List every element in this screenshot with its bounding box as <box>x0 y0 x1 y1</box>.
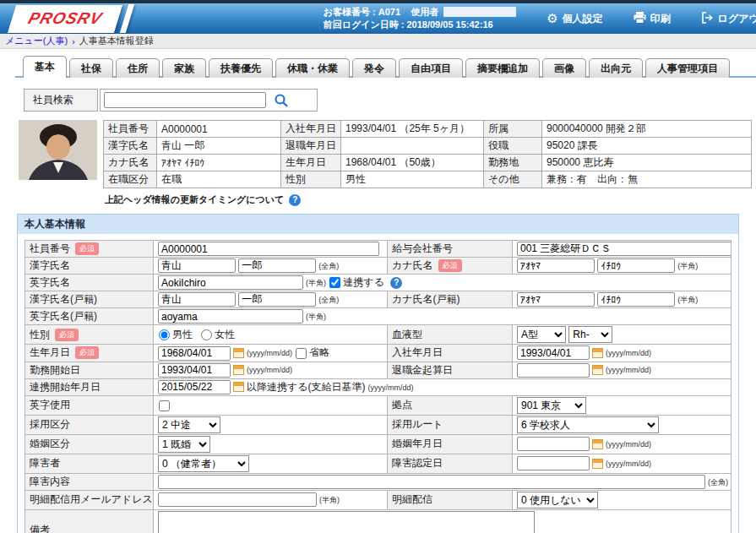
row-kanji-name-registry: 漢字氏名(戸籍) (全角) カナ氏名(戸籍) (半角) <box>25 291 732 308</box>
gender-male-radio[interactable] <box>159 329 170 340</box>
personal-settings-button[interactable]: ⚙ 個人設定 <box>547 12 602 26</box>
kanji-registry-last-field[interactable] <box>158 292 236 307</box>
row-disability-detail: 障害内容 (全角) <box>25 473 732 490</box>
calendar-icon[interactable] <box>592 348 603 358</box>
basic-info-section: 本人基本情報 社員番号必須 給与会社番号 漢字氏名 (全角) カナ氏名必須 (半… <box>17 214 739 533</box>
remarks-textarea[interactable] <box>158 511 535 533</box>
kana-first-name-field[interactable] <box>597 258 675 273</box>
summary-row: 社員番号A0000001 入社年月日1993/04/01 （25年 5ヶ月） 所… <box>104 121 752 138</box>
marriage-date-field[interactable] <box>517 437 590 451</box>
row-english-name-registry: 英字氏名(戸籍) (半角) <box>25 308 732 325</box>
app-header: PROSRV お客様番号 : A071 使用者 前回ログイン日時 : 2018/… <box>0 0 756 34</box>
tab-summary-add[interactable]: 摘要欄追加 <box>465 58 540 78</box>
required-badge: 必須 <box>75 242 99 255</box>
english-registry-name-field[interactable] <box>158 309 303 324</box>
logout-button[interactable]: ログアウト <box>701 12 756 26</box>
calendar-icon[interactable] <box>233 365 244 375</box>
row-hire-type: 採用区分 2 中途 採用ルート 6 学校求人 <box>25 415 732 434</box>
page-title: 人事基本情報登録 <box>79 35 154 47</box>
tab-dependent-priority[interactable]: 扶養優先 <box>209 58 273 78</box>
gender-female-radio[interactable] <box>201 329 212 340</box>
hire-date-field[interactable] <box>517 345 590 360</box>
help-icon[interactable]: ? <box>390 277 402 289</box>
logo-box: PROSRV <box>8 5 122 33</box>
row-english-use: 英字使用 拠点 901 東京 <box>25 395 732 415</box>
row-disability: 障害者 0 （健常者） 障害認定日 (yyyy/mm/dd) <box>25 454 732 473</box>
logout-icon <box>701 12 714 26</box>
tab-social-insurance[interactable]: 社保 <box>69 58 113 78</box>
english-name-field[interactable] <box>158 275 303 290</box>
pay-company-field[interactable] <box>517 242 732 256</box>
blood-type-select[interactable]: A型 <box>517 326 566 343</box>
tab-hr-management-items[interactable]: 人事管理項目 <box>645 58 730 78</box>
breadcrumb-menu-link[interactable]: メニュー(人事) <box>5 35 68 47</box>
summary-row: カナ氏名ｱｵﾔﾏ ｲﾁﾛｳ 生年月日1968/04/01 （50歳） 勤務地95… <box>104 155 752 171</box>
required-badge: 必須 <box>438 259 462 272</box>
tab-free-items[interactable]: 自由項目 <box>399 58 463 78</box>
customer-number: お客様番号 : A071 <box>324 7 400 17</box>
kanji-registry-first-field[interactable] <box>238 292 316 307</box>
logo: PROSRV <box>12 3 130 34</box>
severance-base-date-field[interactable] <box>517 363 590 378</box>
base-location-select[interactable]: 901 東京 <box>517 397 586 414</box>
calendar-icon[interactable] <box>233 348 244 358</box>
breadcrumb: メニュー(人事) › 人事基本情報登録 <box>0 34 756 49</box>
search-icon[interactable] <box>274 93 289 108</box>
breadcrumb-arrow: › <box>72 36 75 46</box>
hire-type-select[interactable]: 2 中途 <box>158 416 220 433</box>
summary-row: 漢字氏名青山 一郎 退職年月日 役職95020 課長 <box>104 138 752 155</box>
header-update-help: 上記ヘッダ情報の更新タイミングについて ? <box>105 193 756 206</box>
kanji-last-name-field[interactable] <box>158 258 236 273</box>
calendar-icon[interactable] <box>592 365 603 375</box>
row-employee-number: 社員番号必須 給与会社番号 <box>25 241 732 258</box>
kana-registry-first-field[interactable] <box>597 292 675 307</box>
employee-search-input[interactable] <box>104 92 266 108</box>
logo-stripe <box>120 4 134 33</box>
marital-status-select[interactable]: 1 既婚 <box>158 436 210 453</box>
row-mail-address: 明細配信用メールアドレス (半角) 明細配信 0 使用しない <box>25 490 732 509</box>
work-start-field[interactable] <box>158 363 231 378</box>
tab-leave[interactable]: 休職・休業 <box>275 58 350 78</box>
section-title: 本人基本情報 <box>18 215 738 234</box>
printer-icon <box>634 12 646 26</box>
row-english-name: 英字氏名 (半角) 連携する ? <box>25 275 732 291</box>
birth-date-field[interactable] <box>158 346 231 361</box>
employee-search-box <box>100 89 318 111</box>
kana-registry-last-field[interactable] <box>517 292 595 307</box>
calendar-icon[interactable] <box>233 382 244 392</box>
tab-image[interactable]: 画像 <box>542 58 586 78</box>
blood-rh-select[interactable]: Rh- <box>568 326 612 343</box>
payslip-delivery-select[interactable]: 0 使用しない <box>517 492 598 509</box>
employee-number-field[interactable] <box>158 242 379 256</box>
payslip-mail-field[interactable] <box>158 492 317 507</box>
tab-address[interactable]: 住所 <box>116 58 160 78</box>
link-start-date-field[interactable] <box>158 380 231 394</box>
employee-search: 社員検索 <box>24 89 756 111</box>
required-badge: 必須 <box>55 329 79 341</box>
kanji-first-name-field[interactable] <box>238 258 316 273</box>
english-use-checkbox[interactable] <box>159 400 170 411</box>
kana-last-name-field[interactable] <box>517 258 595 273</box>
print-button[interactable]: 印刷 <box>634 12 671 26</box>
tab-family[interactable]: 家族 <box>162 58 206 78</box>
last-login: 前回ログイン日時 : 2018/09/05 15:42:16 <box>324 19 516 31</box>
link-name-checkbox[interactable] <box>329 277 340 288</box>
help-icon[interactable]: ? <box>289 194 301 206</box>
row-birth-date: 生年月日必須 (yyyy/mm/dd) 省略 入社年月日 (yyyy/mm/dd… <box>25 345 732 362</box>
birth-omit-checkbox[interactable] <box>296 348 307 359</box>
tab-strip: 基本 社保 住所 家族 扶養優先 休職・休業 発令 自由項目 摘要欄追加 画像 … <box>0 55 756 78</box>
disability-cert-date-field[interactable] <box>517 456 590 470</box>
summary-row: 在職区分在職 性別男性 その他兼務：有 出向：無 <box>104 171 752 188</box>
tab-appointment[interactable]: 発令 <box>352 58 396 78</box>
row-marital: 婚姻区分 1 既婚 婚姻年月日 (yyyy/mm/dd) <box>25 434 732 454</box>
logo-text: PROSRV <box>26 9 105 27</box>
disability-select[interactable]: 0 （健常者） <box>158 455 249 472</box>
row-remarks: 備考 (全角/半角) <box>25 509 732 533</box>
tab-secondment-origin[interactable]: 出向元 <box>589 58 643 78</box>
tab-basic[interactable]: 基本 <box>23 56 67 78</box>
calendar-icon[interactable] <box>592 459 603 469</box>
calendar-icon[interactable] <box>592 439 603 449</box>
row-link-start: 連携開始年月日 以降連携する(支給日基準)(yyyy/mm/dd) <box>25 378 732 395</box>
hire-route-select[interactable]: 6 学校求人 <box>517 416 659 433</box>
disability-detail-field[interactable] <box>158 475 705 489</box>
